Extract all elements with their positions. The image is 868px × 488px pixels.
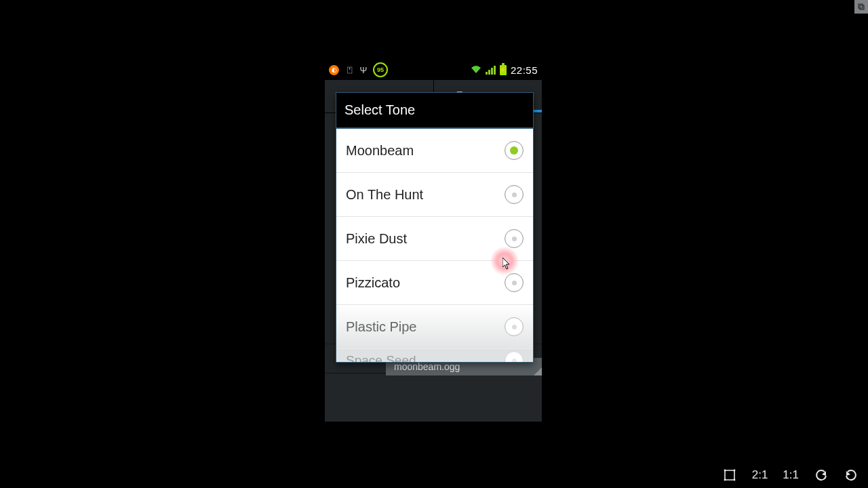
tone-label: Plastic Pipe [346,319,417,335]
svg-point-6 [733,479,735,481]
tone-row-moonbeam[interactable]: Moonbeam [336,129,533,173]
zoom-2-1-button[interactable]: 2:1 [752,468,768,482]
battery-circle-icon: 95 [373,62,388,77]
clock: 22:55 [511,64,538,76]
tone-row-on-the-hunt[interactable]: On The Hunt [336,173,533,217]
tone-label: Pixie Dust [346,231,407,247]
tone-row-pixie-dust[interactable]: Pixie Dust [336,217,533,261]
device-frame-icon[interactable] [722,468,737,483]
statusbar: ◐ ⍞ Ψ 95 ⚡ 22:55 [325,60,542,80]
android-icon: ⍞ [344,65,354,75]
radio-unselected-icon[interactable] [505,351,524,362]
tone-row-space-seed[interactable]: Space Seed [336,349,533,362]
tone-label: Moonbeam [346,143,414,159]
window-restore-button[interactable] [854,0,868,14]
rotate-left-icon[interactable] [814,468,829,483]
tone-label: Space Seed [346,353,416,362]
svg-rect-2 [725,470,734,480]
bottom-toolbar: 2:1 1:1 [722,468,859,483]
tone-label: On The Hunt [346,187,423,203]
svg-point-3 [724,470,726,472]
ubuntu-icon: ◐ [329,65,339,75]
svg-point-4 [733,470,735,472]
radio-unselected-icon[interactable] [505,185,524,204]
tone-row-pizzicato[interactable]: Pizzicato [336,261,533,305]
phone-frame: ◐ ⍞ Ψ 95 ⚡ 22:55 Предпочтения Мелодия Вы… [325,60,542,422]
tone-list[interactable]: Moonbeam On The Hunt Pixie Dust Pizzicat… [336,129,533,362]
battery-icon: ⚡ [500,65,507,75]
tone-label: Pizzicato [346,275,400,291]
dialog-title: Select Tone [336,93,533,129]
signal-icon [486,66,496,75]
svg-point-5 [724,479,726,481]
select-tone-dialog: Select Tone Moonbeam On The Hunt Pixie D… [336,92,534,363]
zoom-1-1-button[interactable]: 1:1 [783,468,799,482]
svg-rect-0 [859,4,863,8]
tone-row-plastic-pipe[interactable]: Plastic Pipe [336,305,533,349]
wifi-icon [471,64,481,75]
spinner-text: moonbeam.ogg [394,361,460,372]
rotate-right-icon[interactable] [844,468,859,483]
radio-unselected-icon[interactable] [505,273,524,292]
usb-icon: Ψ [359,64,368,75]
svg-rect-1 [860,5,864,9]
radio-unselected-icon[interactable] [505,317,524,336]
radio-unselected-icon[interactable] [505,229,524,248]
radio-selected-icon[interactable] [505,141,524,160]
